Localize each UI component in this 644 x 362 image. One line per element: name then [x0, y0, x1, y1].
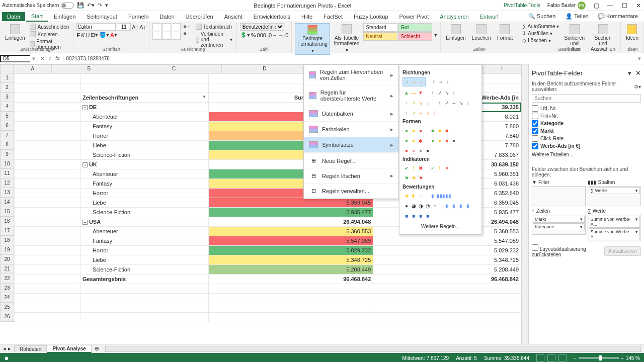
percent-icon[interactable]: % — [251, 32, 256, 38]
tab-data[interactable]: Daten — [154, 12, 179, 21]
group-header[interactable]: −UK — [80, 160, 208, 169]
border-icon[interactable]: ⊞▾ — [91, 32, 98, 38]
iconset-3stars[interactable]: ★⯨☆ — [403, 192, 425, 200]
insert-cells-button[interactable]: Einfügen — [444, 23, 467, 42]
row-header[interactable]: 17 — [0, 226, 14, 236]
row-header[interactable]: 19 — [0, 245, 14, 255]
iconset-3symbols-circled[interactable]: ✔!✖ — [403, 164, 425, 172]
row-header[interactable]: 21 — [0, 264, 14, 274]
fieldlist-close-icon[interactable]: ✕ — [635, 69, 641, 77]
sheet-nav-prev-icon[interactable]: ◂ — [3, 345, 6, 352]
clear-button[interactable]: ◇ Löschen ▾ — [521, 37, 560, 44]
row-header[interactable]: 23 — [0, 284, 14, 293]
area-rows-drop[interactable]: Markt▾ Kategorie▾ — [532, 215, 586, 235]
iconset-5boxes[interactable]: ■■■■ — [403, 212, 432, 220]
iconset-3symbols-uncircled[interactable]: ✓!✕ — [429, 164, 451, 172]
category-cell[interactable]: Liebe — [80, 141, 208, 150]
cf-clear-rules[interactable]: ⊟Regeln löschen▸ — [304, 168, 398, 184]
iconset-5arrows-colored[interactable]: ↑↗→↘↓ — [403, 109, 439, 117]
fieldlist-layout-icon[interactable]: ▾ — [628, 69, 631, 77]
category-cell[interactable]: Fantasy — [80, 122, 208, 131]
row-header[interactable]: 13 — [0, 188, 14, 198]
iconset-4ratings[interactable]: ▮▮▮▮▮▮ — [429, 192, 451, 200]
field-item[interactable]: Kategorie — [532, 120, 641, 127]
row-header[interactable]: 24 — [0, 293, 14, 303]
currency-icon[interactable]: 💲▾ — [240, 32, 250, 38]
category-cell[interactable]: Horror — [80, 131, 208, 141]
style-neutral[interactable]: Neutral — [363, 32, 397, 41]
cf-icon-sets[interactable]: Symbolsätze▸ — [304, 137, 398, 153]
minimize-icon[interactable]: — — [607, 2, 614, 9]
value-cell-c[interactable]: 5.208.449 — [209, 265, 373, 275]
name-box[interactable] — [0, 55, 30, 62]
category-cell[interactable]: Abenteuer — [80, 227, 208, 236]
fieldlist-search-input[interactable] — [532, 94, 641, 103]
pill-sigma-values[interactable]: ∑ Werte▾ — [589, 187, 640, 194]
row-headers[interactable]: 1234567891011121314151617181920212223242… — [0, 73, 14, 322]
vertical-scrollbar[interactable] — [521, 64, 528, 344]
close-icon[interactable]: ✕ — [635, 2, 642, 9]
field-item[interactable]: Werbe-Ads [in €] — [532, 142, 641, 150]
col-header-b[interactable]: B — [52, 64, 126, 73]
pill-value-1[interactable]: Summe von Werbe-A...▾ — [589, 216, 640, 228]
zoom-level[interactable]: 145 % — [626, 355, 640, 361]
defer-layout-checkbox[interactable]: Layoutaktualisierung zurückstellen — [532, 244, 604, 257]
thousands-icon[interactable]: 000 — [257, 32, 266, 38]
area-columns-drop[interactable]: ∑ Werte▾ — [588, 186, 641, 206]
shrink-font-icon[interactable]: A↓ — [139, 24, 146, 30]
field-item[interactable]: Film-Nr. — [532, 112, 641, 120]
category-cell[interactable]: Fantasy — [80, 236, 208, 246]
fill-color-icon[interactable]: 🪣▾ — [99, 32, 109, 38]
row-header[interactable]: 7 — [0, 131, 14, 140]
collapse-icon[interactable]: − — [83, 105, 88, 110]
iconset-3arrows-gray[interactable]: ↑→↓ — [430, 77, 452, 86]
tab-file[interactable]: Datei — [2, 12, 25, 21]
tab-powerpivot[interactable]: Power Pivot — [394, 12, 434, 21]
col-header-d[interactable]: D — [222, 64, 307, 73]
cell-styles-gallery[interactable]: Standard Gut Neutral Schlecht — [363, 23, 432, 41]
category-cell[interactable]: Abenteuer — [80, 169, 208, 179]
cancel-entry-icon[interactable]: ✕ — [40, 55, 45, 62]
tab-pagelayout[interactable]: Seitenlayout — [82, 12, 122, 21]
iconset-3signs[interactable]: ●▲◆ — [403, 136, 425, 144]
collapse-icon[interactable]: − — [83, 162, 88, 167]
more-tables-link[interactable]: Weitere Tabellen... — [532, 150, 641, 162]
value-cell-c[interactable]: 5.935.477 — [209, 208, 373, 217]
comments-button[interactable]: 💬 Kommentare — [594, 12, 642, 21]
row-header[interactable]: 26 — [0, 312, 14, 322]
sheet-tab-pivot[interactable]: Pivot-Analyse — [47, 345, 91, 353]
tab-analyze[interactable]: Analysieren — [435, 12, 473, 21]
iconset-3trafficlights-rimmed[interactable]: ■■■ — [429, 126, 451, 134]
row-header[interactable]: 9 — [0, 150, 14, 159]
row-header[interactable]: 25 — [0, 303, 14, 312]
share-button[interactable]: 👤 Teilen — [561, 12, 593, 21]
tab-factset[interactable]: FactSet — [318, 12, 348, 21]
group-header[interactable]: −DE — [80, 103, 208, 112]
value-cell-d[interactable]: 5.547.089 — [373, 236, 521, 246]
value-cell-c[interactable]: 5.360.553 — [209, 227, 373, 236]
fieldlist-gear-icon[interactable]: ⚙▾ — [634, 84, 641, 89]
iconset-more-rules[interactable]: Weitere Regeln... — [403, 222, 478, 231]
namebox-dropdown-icon[interactable]: ▾ — [30, 55, 37, 62]
pill-kategorie[interactable]: Kategorie▾ — [533, 223, 585, 230]
bold-icon[interactable]: F — [76, 32, 80, 38]
formula-input[interactable]: 8021373,18288478 — [63, 56, 635, 61]
iconset-3triangles[interactable]: ▲—▼ — [403, 88, 425, 97]
pill-value-2[interactable]: Summe von Werbe-A...▾ — [589, 228, 640, 240]
autosave-toggle[interactable]: Automatisches Speichern — [2, 3, 74, 9]
category-cell[interactable]: Fantasy — [80, 179, 208, 189]
record-macro-icon[interactable]: ⏺ — [4, 355, 9, 361]
category-cell[interactable]: Abenteuer — [80, 112, 208, 122]
font-color-icon[interactable]: A▾ — [110, 32, 117, 38]
view-pagelayout-icon[interactable] — [547, 354, 555, 361]
iconset-5quarters[interactable]: ●◕◑◔○ — [403, 202, 439, 210]
zoom-in-icon[interactable]: + — [621, 355, 624, 361]
field-checkbox[interactable] — [532, 143, 538, 149]
undo-icon[interactable]: ↶▾ — [87, 2, 95, 9]
category-cell[interactable]: Liebe — [80, 255, 208, 265]
formula-expand-icon[interactable]: ▾ — [635, 55, 644, 62]
italic-icon[interactable]: K — [81, 32, 85, 38]
number-format-select[interactable]: Benutzerdefiniert — [240, 23, 284, 31]
fx-icon[interactable]: fx — [55, 55, 60, 62]
delete-cells-button[interactable]: Löschen — [470, 23, 493, 42]
